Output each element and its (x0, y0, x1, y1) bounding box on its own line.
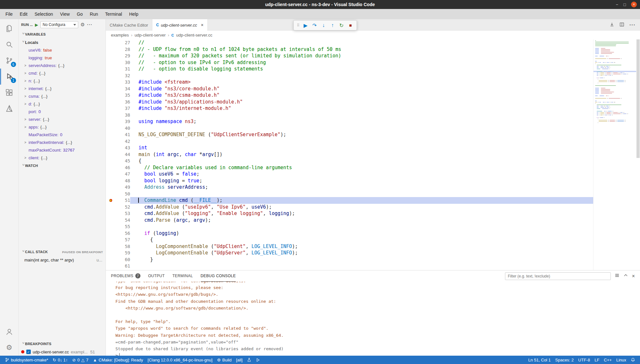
code-line[interactable]: 48 bool logging = true; (106, 178, 593, 184)
status-item-cmake-test[interactable] (245, 356, 254, 364)
variable-row-server[interactable]: >server:{...} (19, 115, 105, 123)
configure-gear-icon[interactable]: ⚙ (80, 22, 85, 28)
variable-row-port[interactable]: >port:0 (19, 108, 105, 115)
call-stack-section-header[interactable]: > CALL STACK PAUSED ON BREAKPOINT (19, 248, 105, 256)
code-line[interactable]: 54 cmd.Parse (argc, argv); (106, 217, 593, 224)
glyph-margin[interactable] (106, 59, 117, 66)
close-tab-icon[interactable]: × (201, 22, 204, 28)
locals-scope-row[interactable]: > Locals (19, 38, 105, 46)
tab-udp-client-server-cc[interactable]: Cudp-client-server.cc× (152, 19, 208, 31)
stop-button[interactable]: ■ (346, 21, 355, 29)
code-line[interactable]: 32 (106, 72, 593, 79)
status-item-eol[interactable]: LF (592, 356, 602, 364)
glyph-margin[interactable] (106, 191, 117, 197)
status-item-notifications-bell[interactable] (628, 356, 637, 364)
code-line[interactable]: 59 LogComponentEnable ("UdpServer", LOG_… (106, 250, 593, 256)
glyph-margin[interactable] (106, 178, 117, 184)
minimap[interactable] (593, 39, 636, 270)
glyph-margin[interactable] (106, 112, 117, 119)
panel-tab-output[interactable]: OUTPUT (148, 270, 165, 282)
breadcrumb-item-examples[interactable]: examples (111, 33, 129, 37)
breadcrumb-item-udp-client-server[interactable]: udp-client-server (135, 33, 166, 37)
account-icon[interactable] (0, 324, 18, 340)
glyph-margin[interactable] (106, 92, 117, 99)
search-icon[interactable] (0, 37, 18, 53)
status-item-cursor-position[interactable]: Ln 51, Col 1 (526, 356, 553, 364)
code-line[interactable]: 28// - UDP flow from n0 to n1 of 1024 by… (106, 46, 593, 53)
glyph-margin[interactable] (106, 158, 117, 164)
variable-row-apps[interactable]: >apps:{...} (19, 123, 105, 131)
expand-chevron-icon[interactable]: > (24, 125, 29, 129)
step-into-button[interactable]: ↓ (319, 21, 328, 29)
panel-tab-problems[interactable]: PROBLEMS7 (111, 270, 140, 282)
code-line[interactable]: 36#include "ns3/applications-module.h" (106, 99, 593, 105)
code-line[interactable]: 38 (106, 112, 593, 119)
status-item-os-indicator[interactable]: Linux (614, 356, 628, 364)
code-line[interactable]: 46 // Declare variables used in command-… (106, 164, 593, 171)
glyph-margin[interactable] (106, 230, 117, 237)
panel-tab-terminal[interactable]: TERMINAL (173, 270, 193, 282)
expand-chevron-icon[interactable]: > (24, 102, 29, 106)
menu-item-help[interactable]: Help (126, 9, 142, 19)
menu-item-go[interactable]: Go (73, 9, 86, 19)
close-icon[interactable]: × (631, 2, 637, 7)
variable-row-internet[interactable]: >internet:{...} (19, 85, 105, 92)
variable-row-usev6[interactable]: >useV6:false (19, 46, 105, 54)
glyph-margin[interactable] (106, 171, 117, 178)
code-editor[interactable]: 27//28// - UDP flow from n0 to n1 of 102… (106, 39, 640, 270)
cmake-tools-icon[interactable] (0, 101, 18, 117)
expand-chevron-icon[interactable]: > (24, 118, 29, 121)
stack-frame[interactable]: main(int argc, char ** argv) u... (19, 256, 105, 264)
maximize-panel-icon[interactable] (623, 273, 628, 279)
watch-section-header[interactable]: > WATCH (19, 161, 105, 170)
variable-row-d[interactable]: >d:{...} (19, 100, 105, 108)
variable-row-maxpacketcount[interactable]: >maxPacketCount:32767 (19, 146, 105, 154)
glyph-margin[interactable] (106, 210, 117, 217)
variable-row-serveraddress[interactable]: >serverAddress:{...} (19, 62, 105, 69)
menu-item-edit[interactable]: Edit (16, 9, 31, 19)
code-line[interactable]: 61 (106, 263, 593, 269)
code-line[interactable]: 43int (106, 145, 593, 151)
glyph-margin[interactable] (106, 204, 117, 211)
more-actions-icon[interactable]: ··· (629, 22, 636, 28)
code-line[interactable]: ▶51 CommandLine cmd (__FILE__); (106, 197, 593, 204)
close-panel-icon[interactable]: × (632, 273, 635, 279)
code-line[interactable]: 42 (106, 138, 593, 145)
variable-row-n[interactable]: >n:{...} (19, 77, 105, 85)
glyph-margin[interactable] (106, 145, 117, 151)
continue-button[interactable]: ▶ (301, 21, 310, 29)
glyph-margin[interactable] (106, 118, 117, 125)
minimize-icon[interactable]: − (616, 3, 619, 7)
step-out-button[interactable]: ↑ (328, 21, 337, 29)
expand-chevron-icon[interactable]: > (24, 141, 29, 144)
glyph-margin[interactable] (106, 217, 117, 224)
status-item-cmake-launch[interactable] (254, 356, 262, 364)
code-line[interactable]: 37#include "ns3/internet-module.h" (106, 105, 593, 112)
variables-section-header[interactable]: > VARIABLES (19, 30, 105, 38)
more-actions-icon[interactable]: ··· (87, 22, 93, 27)
code-line[interactable]: 41NS_LOG_COMPONENT_DEFINE ("UdpClientSer… (106, 131, 593, 138)
status-item-cmake-status[interactable]: ▲CMake: [Debug]: Ready (91, 356, 146, 364)
status-item-git-branch[interactable]: buildsystem-cmake* (3, 356, 50, 364)
code-line[interactable]: 34#include "ns3/core-module.h" (106, 86, 593, 92)
code-line[interactable]: 45{ (106, 158, 593, 164)
status-item-problems[interactable]: ⊘0△7 (70, 356, 90, 364)
code-line[interactable]: 33#include <fstream> (106, 79, 593, 86)
glyph-margin[interactable] (106, 243, 117, 250)
breakpoints-section-header[interactable]: > BREAKPOINTS (19, 340, 105, 348)
menu-item-selection[interactable]: Selection (31, 9, 57, 19)
code-line[interactable]: 57 { (106, 236, 593, 243)
glyph-margin[interactable] (106, 99, 117, 105)
source-control-icon[interactable]: 6 (0, 53, 18, 69)
extensions-icon[interactable] (0, 85, 18, 101)
expand-chevron-icon[interactable]: > (24, 87, 29, 90)
expand-chevron-icon[interactable]: > (24, 156, 29, 160)
glyph-margin[interactable] (106, 250, 117, 256)
start-debug-icon[interactable]: ▶ (35, 22, 38, 27)
editor-scrollbar[interactable] (636, 39, 640, 270)
console-options-icon[interactable] (615, 273, 619, 279)
code-line[interactable]: 44main (int argc, char *argv[]) (106, 151, 593, 158)
tab-cmake-cache-editor[interactable]: CMake Cache Editor (106, 19, 152, 31)
console-filter-input[interactable] (505, 272, 611, 280)
status-item-cmake-build[interactable]: ⚙Build (215, 356, 234, 364)
